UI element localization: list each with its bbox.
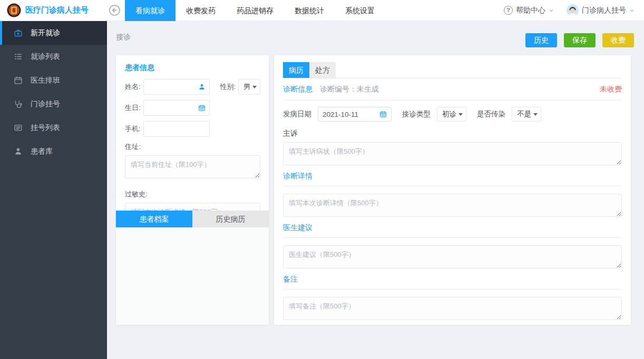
divider [283, 186, 622, 186]
allergy-label: 过敏史: [125, 190, 260, 199]
section-remarks: 备注 [283, 274, 622, 322]
calendar-icon [379, 111, 387, 118]
user-menu[interactable]: 门诊病人挂号 [567, 4, 635, 16]
history-button[interactable]: 历史 [525, 33, 557, 47]
tab-history-records[interactable]: 历史病历 [192, 211, 269, 227]
calendar-icon [14, 76, 23, 85]
person-icon [14, 147, 23, 156]
phone-input[interactable] [144, 122, 209, 136]
patient-info-title: 患者信息 [125, 63, 260, 73]
topbar-right: ? 帮助中心 门诊病人挂号 [504, 4, 644, 16]
main-content: 接诊 历史 保存 收费 患者信息 姓名: [107, 21, 644, 359]
sidebar-item-visit-list[interactable]: 就诊列表 [0, 45, 107, 68]
onset-date-value: 2021-10-11 [323, 111, 358, 118]
diagnosis-info-row: 诊断信息 诊断编号： 未生成 未收费 [283, 78, 622, 101]
payment-status-badge: 未收费 [600, 85, 622, 94]
name-label: 姓名: [125, 82, 141, 92]
sidebar: 新开就诊 就诊列表 医生排班 门诊挂号 [0, 21, 107, 359]
name-input[interactable] [144, 79, 198, 94]
tab-patient-archive[interactable]: 患者档案 [116, 211, 192, 227]
diagnosis-no-label: 诊断编号： [320, 85, 357, 94]
page-actions: 历史 保存 收费 [525, 33, 634, 47]
register-list-icon [14, 123, 23, 132]
infectious-label: 是否传染 [477, 109, 505, 119]
patient-panel-tabs: 患者档案 历史病历 [116, 211, 269, 227]
brand: 医疗门诊病人挂号 [0, 3, 107, 17]
topnav-tab-statistics[interactable]: 数据统计 [284, 0, 335, 21]
help-center-label: 帮助中心 [516, 6, 545, 15]
phone-input-box [143, 121, 210, 137]
record-controls-row: 发病日期 2021-10-11 接诊类型 初诊 是否传染 不是 [283, 107, 622, 122]
address-label: 住址: [125, 142, 260, 152]
tab-medical-record[interactable]: 病历 [283, 62, 309, 78]
topnav-tab-visit[interactable]: 看病就诊 [125, 0, 175, 21]
sidebar-item-label: 医生排班 [31, 76, 60, 85]
visit-type-select[interactable]: 初诊 [437, 107, 466, 122]
sidebar-item-registration[interactable]: 门诊挂号 [0, 92, 107, 116]
app-title: 医疗门诊病人挂号 [25, 5, 89, 15]
help-center-menu[interactable]: ? 帮助中心 [504, 6, 554, 15]
sidebar-item-label: 门诊挂号 [31, 99, 60, 109]
phone-label: 手机: [125, 124, 141, 134]
address-textarea[interactable] [125, 155, 260, 178]
topnav-tab-drug-inventory[interactable]: 药品进销存 [226, 0, 284, 21]
patient-archive-area [116, 227, 269, 325]
visit-type-value: 初诊 [442, 109, 456, 119]
diagnosis-no-value: 未生成 [357, 85, 379, 94]
stethoscope-icon [14, 99, 23, 108]
sidebar-item-label: 就诊列表 [31, 52, 60, 62]
tab-prescription[interactable]: 处方 [309, 62, 336, 78]
chief-complaint-label: 主诉 [283, 128, 622, 138]
onset-date-input[interactable]: 2021-10-11 [318, 107, 392, 122]
birthday-label: 生日: [125, 103, 141, 113]
section-diagnosis-detail: 诊断详情 [283, 171, 622, 218]
medical-record-panel: 病历 处方 诊断信息 诊断编号： 未生成 未收费 发病日期 2021-10-11 [274, 55, 631, 325]
save-button[interactable]: 保存 [564, 33, 596, 47]
sidebar-item-doctor-schedule[interactable]: 医生排班 [0, 68, 107, 92]
caret-down-icon [458, 113, 463, 116]
birthday-input-box [143, 100, 210, 116]
caret-down-icon [533, 113, 538, 116]
onset-date-label: 发病日期 [283, 109, 311, 119]
record-tabs: 病历 处方 [283, 62, 622, 78]
gender-value: 男 [243, 82, 250, 92]
chevron-down-icon [549, 8, 554, 13]
app-logo-icon [7, 3, 21, 17]
diagnosis-detail-textarea[interactable] [283, 194, 622, 217]
person-lookup-icon[interactable] [198, 83, 206, 91]
topnav-tab-charge-dispense[interactable]: 收费发药 [175, 0, 226, 21]
charge-button[interactable]: 收费 [602, 33, 634, 47]
doctor-advice-textarea[interactable] [283, 245, 622, 268]
list-icon [14, 52, 23, 61]
name-input-box [143, 79, 210, 95]
doctor-advice-label: 医生建议 [283, 223, 622, 232]
gender-select[interactable]: 男 [238, 79, 260, 95]
top-bar: 医疗门诊病人挂号 看病就诊 收费发药 药品进销存 数据统计 系统设置 ? 帮助中… [0, 0, 644, 21]
back-button[interactable] [109, 4, 121, 16]
remarks-textarea[interactable] [283, 297, 622, 320]
medical-kit-icon [14, 28, 23, 37]
diagnosis-detail-label: 诊断详情 [283, 171, 622, 181]
patient-info-panel: 患者信息 姓名: 性别: 男 [116, 55, 269, 325]
divider [283, 237, 622, 238]
diagnosis-info-label: 诊断信息 [283, 85, 313, 94]
sidebar-item-label: 患者库 [31, 147, 53, 156]
topnav-tab-settings[interactable]: 系统设置 [335, 0, 385, 21]
remarks-label: 备注 [283, 274, 622, 284]
page-title: 接诊 [116, 33, 131, 42]
divider [283, 289, 622, 290]
section-doctor-advice: 医生建议 [283, 223, 622, 270]
birthday-input[interactable] [144, 101, 198, 115]
caret-down-icon [252, 86, 257, 88]
infectious-select[interactable]: 不是 [512, 107, 541, 122]
chief-complaint-textarea[interactable] [283, 142, 622, 165]
app-window: 医疗门诊病人挂号 看病就诊 收费发药 药品进销存 数据统计 系统设置 ? 帮助中… [0, 0, 644, 359]
calendar-icon[interactable] [198, 104, 206, 112]
user-avatar [567, 4, 579, 16]
question-icon: ? [504, 6, 513, 15]
sidebar-item-new-visit[interactable]: 新开就诊 [0, 21, 107, 45]
visit-type-label: 接诊类型 [402, 109, 431, 119]
user-name: 门诊病人挂号 [582, 6, 626, 15]
sidebar-item-patients[interactable]: 患者库 [0, 139, 107, 163]
sidebar-item-registration-list[interactable]: 挂号列表 [0, 116, 107, 139]
